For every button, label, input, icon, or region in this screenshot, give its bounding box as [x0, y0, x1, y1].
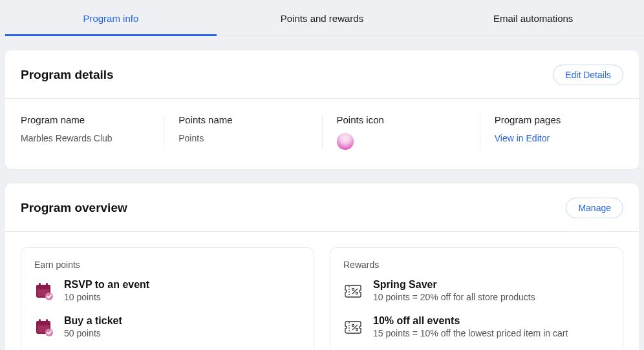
svg-rect-1: [36, 285, 50, 289]
program-details-title: Program details: [21, 68, 114, 82]
list-item: 10% off all events 15 points = 10% off t…: [343, 315, 610, 338]
svg-point-14: [356, 292, 358, 294]
manage-button[interactable]: Manage: [566, 198, 623, 218]
item-title: Buy a ticket: [64, 315, 122, 327]
rewards-panel: Rewards Spring Saver 10 points = 20% off…: [330, 247, 623, 350]
item-text: RSVP to an event 10 points: [64, 279, 149, 302]
tab-email-automations[interactable]: Email automations: [427, 0, 639, 36]
points-name-value: Points: [178, 133, 307, 143]
svg-rect-9: [46, 319, 48, 323]
svg-line-19: [352, 325, 358, 330]
earn-points-panel: Earn points RSVP to an event 10: [21, 247, 314, 350]
item-title: RSVP to an event: [64, 279, 149, 291]
program-name-value: Marbles Rewards Club: [21, 133, 149, 143]
calendar-check-icon: [34, 318, 54, 337]
coupon-icon: [343, 318, 363, 337]
points-icon: [337, 133, 354, 150]
item-sub: 15 points = 10% off the lowest priced it…: [373, 328, 568, 338]
tab-points-and-rewards[interactable]: Points and rewards: [217, 0, 428, 36]
points-icon-column: Points icon: [323, 114, 480, 150]
svg-line-15: [352, 289, 358, 294]
item-title: 10% off all events: [373, 315, 568, 327]
program-name-label: Program name: [21, 114, 149, 125]
program-details-card: Program details Edit Details Program nam…: [5, 50, 639, 169]
list-item: RSVP to an event 10 points: [34, 279, 301, 302]
calendar-check-icon: [34, 282, 54, 301]
item-sub: 10 points: [64, 292, 149, 302]
program-overview-card: Program overview Manage Earn points: [5, 183, 639, 350]
program-details-header: Program details Edit Details: [5, 50, 639, 98]
points-name-label: Points name: [178, 114, 307, 125]
view-in-editor-link[interactable]: View in Editor: [495, 133, 623, 143]
svg-rect-2: [39, 283, 41, 287]
list-item: Buy a ticket 50 points: [34, 315, 301, 338]
overview-body: Earn points RSVP to an event 10: [5, 232, 639, 350]
svg-rect-8: [39, 319, 41, 323]
svg-rect-7: [36, 321, 50, 325]
item-sub: 10 points = 20% off for all store produc…: [373, 292, 535, 302]
tabs: Program info Points and rewards Email au…: [0, 0, 644, 36]
program-pages-label: Program pages: [495, 114, 623, 125]
program-pages-column: Program pages View in Editor: [480, 114, 623, 150]
item-sub: 50 points: [64, 328, 122, 338]
program-overview-header: Program overview Manage: [5, 183, 639, 231]
list-item: Spring Saver 10 points = 20% off for all…: [343, 279, 610, 302]
coupon-icon: [343, 282, 363, 301]
svg-point-13: [352, 288, 354, 290]
item-text: Buy a ticket 50 points: [64, 315, 122, 338]
program-details-row: Program name Marbles Rewards Club Points…: [5, 99, 639, 169]
svg-point-17: [352, 324, 354, 326]
item-title: Spring Saver: [373, 279, 535, 291]
svg-point-18: [356, 328, 358, 330]
program-name-column: Program name Marbles Rewards Club: [21, 114, 164, 150]
edit-details-button[interactable]: Edit Details: [553, 65, 623, 85]
rewards-label: Rewards: [343, 260, 610, 270]
program-overview-title: Program overview: [21, 201, 127, 215]
points-name-column: Points name Points: [164, 114, 322, 150]
earn-points-label: Earn points: [34, 260, 301, 270]
points-icon-label: Points icon: [337, 114, 466, 125]
item-text: Spring Saver 10 points = 20% off for all…: [373, 279, 535, 302]
tab-program-info[interactable]: Program info: [5, 0, 217, 36]
item-text: 10% off all events 15 points = 10% off t…: [373, 315, 568, 338]
svg-rect-3: [46, 283, 48, 287]
